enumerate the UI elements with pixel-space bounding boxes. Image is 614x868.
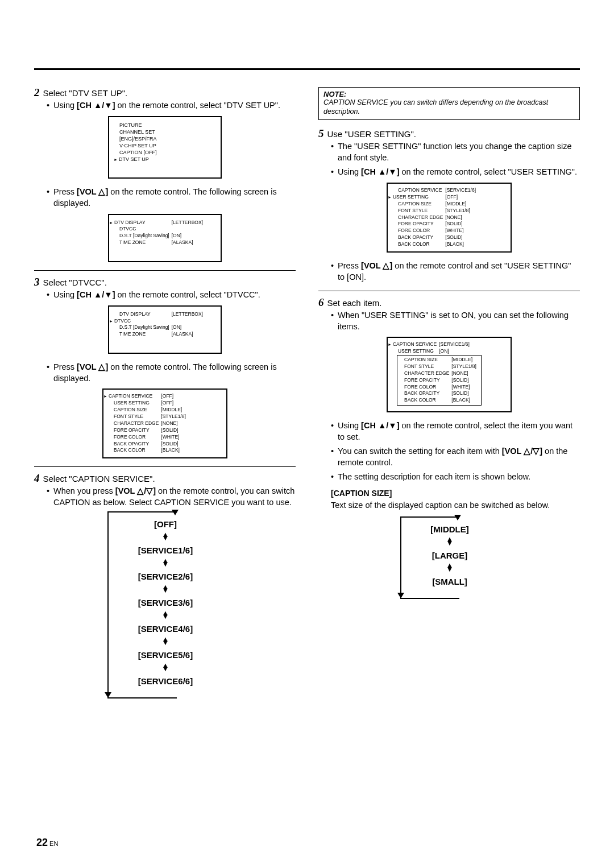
menu-row: PICTURE <box>115 122 221 129</box>
osd-menu-subgroup: CAPTION SIZE[MIDDLE] FONT STYLE[STYLE1/8… <box>397 355 482 406</box>
step-number: 6 <box>318 297 324 308</box>
osd-menu-dtv: DTV DISPLAY[LETTERBOX] DTVCC D.S.T [Dayl… <box>108 214 222 263</box>
step-title: Set each item. <box>327 298 382 308</box>
cycle-entry: [SERVICE1/6] <box>109 545 222 555</box>
step-3: 3 Select "DTVCC". Using [CH ▲/▼] on the … <box>34 276 296 458</box>
page-number: 22 <box>36 837 48 848</box>
updown-arrow-icon: ▲▼ <box>446 538 454 545</box>
instruction: Using [CH ▲/▼] on the remote control, se… <box>331 420 580 443</box>
caption-size-cycle: [MIDDLE] ▲▼ [LARGE] ▲▼ [SMALL] <box>400 516 498 599</box>
updown-arrow-icon: ▲▼ <box>162 664 169 671</box>
caption-service-cycle: [OFF] ▲▼ [SERVICE1/6] ▲▼ [SERVICE2/6] ▲▼… <box>107 511 222 698</box>
updown-arrow-icon: ▲▼ <box>162 559 169 567</box>
instruction: When "USER SETTING" is set to ON, you ca… <box>331 310 580 332</box>
left-column: 2 Select "DTV SET UP". Using [CH ▲/▼] on… <box>34 87 296 710</box>
right-column: NOTE: CAPTION SERVICE you can switch dif… <box>318 87 580 710</box>
step-6: 6 Set each item. When "USER SETTING" is … <box>318 297 580 599</box>
step-title: Select "DTVCC". <box>43 278 107 287</box>
cycle-arrow-in-icon <box>401 516 459 518</box>
note-box: NOTE: CAPTION SERVICE you can switch dif… <box>318 87 580 120</box>
instruction: You can switch the setting for each item… <box>331 446 580 468</box>
note-title: NOTE: <box>323 90 575 98</box>
page-footer: 22 EN <box>36 837 58 849</box>
top-rule <box>34 68 580 70</box>
caption-size-heading: [CAPTION SIZE] <box>331 489 580 498</box>
instruction: Press [VOL △] on the remote control. The… <box>47 187 296 209</box>
cycle-entry: [SMALL] <box>401 577 498 586</box>
menu-row-selected: DTV SET UP <box>115 156 221 163</box>
instruction: The setting description for each item is… <box>331 472 580 483</box>
cycle-entry: [SERVICE5/6] <box>109 650 222 660</box>
cycle-arrow-in-icon <box>109 511 177 512</box>
cycle-entry: [OFF] <box>109 519 222 529</box>
cycle-entry: [MIDDLE] <box>401 524 498 534</box>
instruction: Press [VOL △] on the remote control. The… <box>47 362 296 384</box>
step-number: 3 <box>34 276 40 287</box>
osd-menu-user-setting: CAPTION SERVICE[SERVICE1/6] USER SETTING… <box>387 183 512 253</box>
cycle-entry: [SERVICE2/6] <box>109 572 222 581</box>
instruction: Using [CH ▲/▼] on the remote control, se… <box>47 290 296 301</box>
updown-arrow-icon: ▲▼ <box>162 533 169 540</box>
menu-row: V-CHIP SET UP <box>115 142 221 149</box>
caption-size-desc: Text size of the displayed caption can b… <box>331 500 580 511</box>
note-text: CAPTION SERVICE you can switch differs d… <box>323 98 575 116</box>
cycle-arrow-out-icon <box>401 598 459 599</box>
instruction: Using [CH ▲/▼] on the remote control, se… <box>331 167 580 178</box>
instruction: Using [CH ▲/▼] on the remote control, se… <box>47 100 296 111</box>
step-number: 4 <box>34 473 40 483</box>
instruction: Press [VOL △] on the remote control and … <box>331 261 580 283</box>
osd-menu-main: PICTURE CHANNEL SET [ENG]/ESP/FRA V-CHIP… <box>108 116 222 179</box>
updown-arrow-icon: ▲▼ <box>446 564 454 571</box>
instruction: When you press [VOL △/▽] on the remote c… <box>47 486 296 508</box>
step-title: Use "USER SETTING". <box>327 129 417 139</box>
separator <box>318 291 580 291</box>
updown-arrow-icon: ▲▼ <box>162 611 169 619</box>
step-number: 2 <box>34 87 40 98</box>
updown-arrow-icon: ▲▼ <box>162 585 169 593</box>
step-4: 4 Select "CAPTION SERVICE". When you pre… <box>34 473 296 698</box>
osd-menu-user-setting-on: CAPTION SERVICE[SERVICE1/6] USER SETTING… <box>387 337 512 412</box>
step-title: Select "DTV SET UP". <box>43 88 128 98</box>
menu-row: CAPTION [OFF] <box>115 149 221 156</box>
osd-menu-dtvcc: CAPTION SERVICE[OFF] USER SETTING[OFF] C… <box>102 388 227 458</box>
step-5: 5 Use "USER SETTING". The "USER SETTING"… <box>318 128 580 283</box>
cycle-arrow-out-icon <box>109 697 177 698</box>
updown-arrow-icon: ▲▼ <box>162 638 169 645</box>
cycle-entry: [SERVICE6/6] <box>109 676 222 686</box>
separator <box>34 270 296 271</box>
step-2: 2 Select "DTV SET UP". Using [CH ▲/▼] on… <box>34 87 296 262</box>
menu-row: CHANNEL SET <box>115 129 221 135</box>
cycle-entry: [LARGE] <box>401 551 498 560</box>
step-title: Select "CAPTION SERVICE". <box>43 474 155 483</box>
instruction: The "USER SETTING" function lets you cha… <box>331 141 580 163</box>
two-column-layout: 2 Select "DTV SET UP". Using [CH ▲/▼] on… <box>34 87 580 710</box>
separator <box>34 466 296 467</box>
cycle-entry: [SERVICE3/6] <box>109 598 222 607</box>
osd-menu-dtv: DTV DISPLAY[LETTERBOX] DTVCC D.S.T [Dayl… <box>108 305 222 354</box>
cycle-entry: [SERVICE4/6] <box>109 624 222 634</box>
manual-page: 2 Select "DTV SET UP". Using [CH ▲/▼] on… <box>0 0 614 868</box>
page-number-suffix: EN <box>49 840 58 847</box>
menu-row: [ENG]/ESP/FRA <box>115 135 221 142</box>
step-number: 5 <box>318 128 324 139</box>
